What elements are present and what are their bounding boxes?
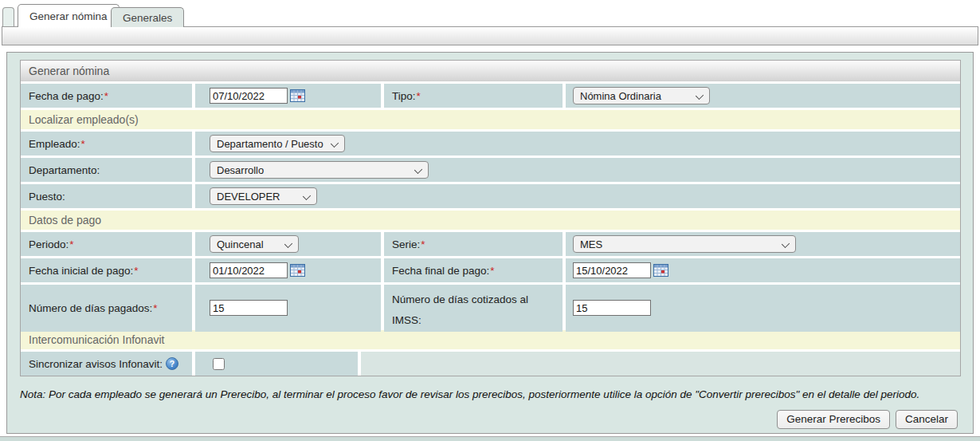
section-datos-de-pago: Datos de pago <box>21 211 960 230</box>
note-text: Nota: Por cada empleado se generará un P… <box>20 387 957 403</box>
departamento-label: Departamento: <box>29 164 100 176</box>
tab-generar-nomina-label: Generar nómina <box>29 10 108 22</box>
dias-imss-field-cell <box>566 285 960 332</box>
dias-pagados-label: Número de días pagados: <box>29 302 152 314</box>
payroll-form: Generar nómina Fecha de pago:* Tipo:* Nó <box>20 60 961 376</box>
section-intercomunicacion-infonavit: Intercomunicación Infonavit <box>21 330 960 349</box>
sincronizar-label: Sincronizar avisos Infonavit: <box>29 358 163 370</box>
sincronizar-checkbox[interactable] <box>213 358 225 370</box>
row-fecha-pago: Fecha de pago:* Tipo:* Nómina Ordinaria <box>21 84 960 108</box>
departamento-select[interactable]: Desarrollo <box>210 161 429 179</box>
required-marker: * <box>104 90 108 102</box>
fecha-inicial-label-cell: Fecha inicial de pago:* <box>21 258 192 282</box>
fecha-final-input[interactable] <box>573 262 651 278</box>
row-puesto: Puesto: DEVELOPER <box>21 184 960 208</box>
serie-field-cell: MES <box>566 232 960 256</box>
sincronizar-label-cell: Sincronizar avisos Infonavit: ? <box>21 352 192 376</box>
row-fechas-pago: Fecha inicial de pago:* Fecha final de p… <box>21 258 960 282</box>
sincronizar-field-cell <box>195 352 358 376</box>
empleado-label-cell: Empleado:* <box>21 132 192 156</box>
cancelar-button[interactable]: Cancelar <box>896 410 958 429</box>
required-marker: * <box>490 265 494 277</box>
tab-generales[interactable]: Generales <box>111 7 184 27</box>
fecha-final-label-cell: Fecha final de pago:* <box>384 258 563 282</box>
tipo-label: Tipo: <box>392 90 416 102</box>
dias-pagados-input[interactable] <box>210 300 288 316</box>
fecha-inicial-input[interactable] <box>210 262 288 278</box>
empleado-select[interactable]: Departamento / Puesto <box>210 135 345 152</box>
periodo-field-cell: Quincenal <box>195 232 381 256</box>
required-marker: * <box>421 238 425 250</box>
generar-prerecibos-button[interactable]: Generar Prerecibos <box>777 410 890 429</box>
periodo-label-cell: Periodo:* <box>21 232 192 256</box>
button-row: Generar Prerecibos Cancelar <box>7 410 958 429</box>
puesto-field-cell: DEVELOPER <box>195 184 960 208</box>
dias-pagados-field-cell <box>195 285 381 332</box>
puesto-label-cell: Puesto: <box>21 184 192 208</box>
row-dias: Número de días pagados:* Número de días … <box>21 285 960 328</box>
fecha-final-field-cell <box>566 258 960 282</box>
row-empleado: Empleado:* Departamento / Puesto <box>21 132 960 156</box>
calendar-icon[interactable] <box>290 264 305 277</box>
tipo-label-cell: Tipo:* <box>384 84 563 108</box>
fecha-inicial-field-cell <box>195 258 381 282</box>
dias-imss-label-cell: Número de días cotizados al IMSS: <box>384 285 563 332</box>
serie-label-cell: Serie:* <box>384 232 563 256</box>
fecha-final-label: Fecha final de pago: <box>392 265 489 277</box>
row-departamento: Departamento: Desarrollo <box>21 158 960 182</box>
departamento-field-cell: Desarrollo <box>195 158 960 182</box>
dias-imss-input[interactable] <box>573 300 651 316</box>
tab-bar: Generar nómina Generales <box>0 0 980 26</box>
required-marker: * <box>134 265 138 277</box>
section-localizar-empleados: Localizar empleado(s) <box>21 110 960 129</box>
serie-label: Serie: <box>392 238 420 250</box>
tipo-field-cell: Nómina Ordinaria <box>566 84 960 108</box>
fecha-pago-field-cell <box>195 84 381 108</box>
empleado-label: Empleado: <box>29 138 80 150</box>
fecha-inicial-label: Fecha inicial de pago: <box>29 265 133 277</box>
calendar-icon[interactable] <box>653 264 668 277</box>
dias-imss-label: Número de días cotizados al IMSS: <box>392 289 543 332</box>
tipo-select[interactable]: Nómina Ordinaria <box>573 87 710 104</box>
serie-select[interactable]: MES <box>573 235 796 253</box>
required-marker: * <box>417 90 421 102</box>
help-icon[interactable]: ? <box>166 357 178 370</box>
calendar-icon[interactable] <box>290 89 305 102</box>
required-marker: * <box>69 238 73 250</box>
row-filler-cell <box>361 352 960 376</box>
departamento-label-cell: Departamento: <box>21 158 192 182</box>
row-periodo-serie: Periodo:* Quincenal Serie:* MES <box>21 232 960 256</box>
puesto-select[interactable]: DEVELOPER <box>210 187 317 205</box>
dias-pagados-label-cell: Número de días pagados:* <box>21 285 192 332</box>
required-marker: * <box>153 302 157 314</box>
row-sincronizar-infonavit: Sincronizar avisos Infonavit: ? <box>21 352 960 376</box>
fecha-pago-label-cell: Fecha de pago:* <box>21 84 192 108</box>
tab-generales-label: Generales <box>123 12 172 24</box>
tab-generar-nomina[interactable]: Generar nómina <box>18 4 120 27</box>
collapsed-mini-tab[interactable] <box>2 7 14 26</box>
periodo-select[interactable]: Quincenal <box>210 235 299 253</box>
puesto-label: Puesto: <box>29 191 65 203</box>
fecha-pago-input[interactable] <box>210 88 288 104</box>
fecha-pago-label: Fecha de pago: <box>29 90 104 102</box>
form-title: Generar nómina <box>21 61 960 81</box>
bottom-strip <box>0 436 980 441</box>
required-marker: * <box>81 138 85 150</box>
toolbar-gradient-bar <box>2 26 978 45</box>
periodo-label: Periodo: <box>29 238 69 250</box>
generar-nomina-panel: Generar nómina Fecha de pago:* Tipo:* Nó <box>6 52 974 434</box>
empleado-field-cell: Departamento / Puesto <box>195 132 960 156</box>
